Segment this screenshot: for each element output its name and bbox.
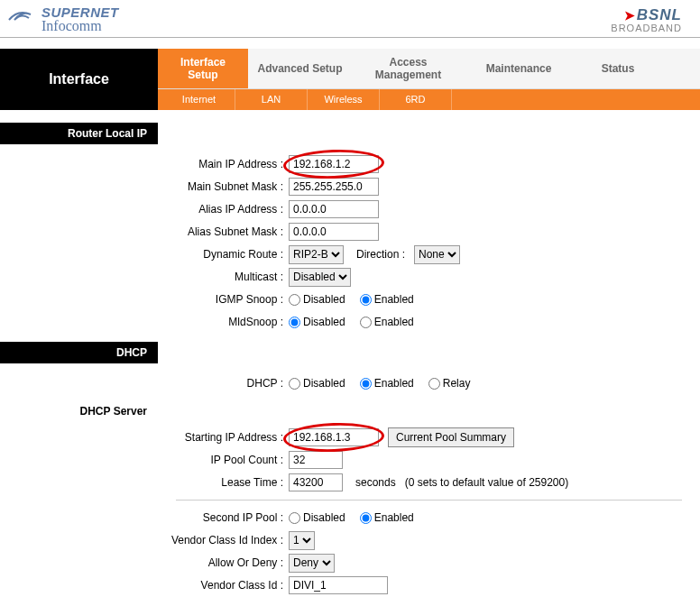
- label-second-ip-pool: Second IP Pool :: [0, 511, 289, 524]
- label-ip-pool-count: IP Pool Count :: [0, 454, 289, 466]
- label-igmp-snoop: IGMP Snoop :: [0, 293, 289, 306]
- label-allow-deny: Allow Or Deny :: [0, 556, 289, 569]
- pool1-count-input[interactable]: [289, 451, 343, 469]
- label-dynamic-route: Dynamic Route :: [0, 248, 289, 261]
- label-lease-time: Lease Time :: [0, 476, 289, 489]
- label-mld-snoop: MldSnoop :: [0, 316, 289, 328]
- mld-enabled-radio[interactable]: [360, 317, 372, 328]
- direction-select[interactable]: None: [414, 245, 460, 264]
- vendor-id-input[interactable]: [289, 576, 388, 594]
- second-pool-disabled-radio[interactable]: [289, 512, 300, 524]
- section-router-local-ip: Router Local IP: [0, 123, 158, 144]
- subtab-lan[interactable]: LAN: [235, 89, 308, 110]
- tab-advanced-setup[interactable]: Advanced Setup: [248, 49, 352, 88]
- label-vendor-id: Vendor Class Id :: [0, 579, 289, 592]
- dhcp-relay-radio[interactable]: [428, 378, 440, 390]
- subtab-wireless[interactable]: Wireless: [308, 89, 380, 110]
- swirl-icon: [5, 7, 36, 32]
- tab-access-management[interactable]: Access Management: [352, 49, 465, 88]
- subtab-6rd[interactable]: 6RD: [380, 89, 452, 110]
- pool1-start-input[interactable]: [289, 428, 379, 446]
- brand-name: SUPERNET: [41, 5, 119, 19]
- arrow-icon: ➤: [624, 8, 635, 23]
- label-dhcp: DHCP :: [0, 377, 289, 390]
- brand-logo-left: SUPERNET Infocomm: [5, 5, 119, 33]
- divider: [176, 500, 682, 501]
- mld-disabled-radio[interactable]: [289, 317, 300, 328]
- isp-name: BSNL: [637, 6, 682, 24]
- alias-subnet-input[interactable]: [289, 223, 379, 241]
- label-starting-ip: Starting IP Address :: [0, 431, 289, 444]
- label-direction: Direction :: [356, 248, 405, 261]
- label-main-subnet: Main Subnet Mask :: [0, 180, 289, 193]
- section-dhcp: DHCP: [0, 342, 158, 363]
- main-subnet-input[interactable]: [289, 178, 379, 196]
- brand-subtitle: Infocomm: [41, 19, 119, 33]
- subtab-internet[interactable]: Internet: [163, 89, 235, 110]
- brand-logo-right: ➤ BSNL BROADBAND: [611, 6, 682, 33]
- tab-interface-setup[interactable]: Interface Setup: [158, 49, 248, 88]
- section-dhcp-server: DHCP Server: [0, 396, 158, 418]
- label-main-ip: Main IP Address :: [0, 158, 289, 170]
- main-tabs: Interface Setup Advanced Setup Access Ma…: [158, 49, 700, 89]
- label-multicast: Multicast :: [0, 271, 289, 283]
- label-alias-ip: Alias IP Address :: [0, 203, 289, 216]
- second-pool-enabled-radio[interactable]: [360, 512, 372, 524]
- current-pool-summary-button[interactable]: Current Pool Summary: [388, 427, 514, 447]
- alias-ip-input[interactable]: [289, 200, 379, 218]
- label-alias-subnet: Alias Subnet Mask :: [0, 225, 289, 238]
- igmp-enabled-radio[interactable]: [360, 294, 372, 306]
- isp-subtitle: BROADBAND: [611, 23, 682, 33]
- dynamic-route-select[interactable]: RIP2-B: [289, 245, 344, 264]
- label-vendor-idx: Vendor Class Id Index :: [0, 534, 289, 546]
- pool1-lease-input[interactable]: [289, 473, 343, 491]
- multicast-select[interactable]: Disabled: [289, 268, 351, 287]
- tab-status[interactable]: Status: [573, 49, 663, 88]
- dhcp-enabled-radio[interactable]: [360, 378, 372, 390]
- page-title: Interface: [0, 49, 158, 110]
- dhcp-disabled-radio[interactable]: [289, 378, 300, 390]
- sub-tabs: Internet LAN Wireless 6RD: [158, 89, 700, 110]
- main-navigation: Interface Interface Setup Advanced Setup…: [0, 49, 700, 110]
- page-header: SUPERNET Infocomm ➤ BSNL BROADBAND: [0, 0, 700, 38]
- allow-deny-select[interactable]: Deny: [289, 554, 335, 573]
- tab-maintenance[interactable]: Maintenance: [465, 49, 573, 88]
- vendor-idx-select[interactable]: 1: [289, 531, 315, 550]
- igmp-disabled-radio[interactable]: [289, 294, 300, 306]
- main-ip-input[interactable]: [289, 155, 379, 173]
